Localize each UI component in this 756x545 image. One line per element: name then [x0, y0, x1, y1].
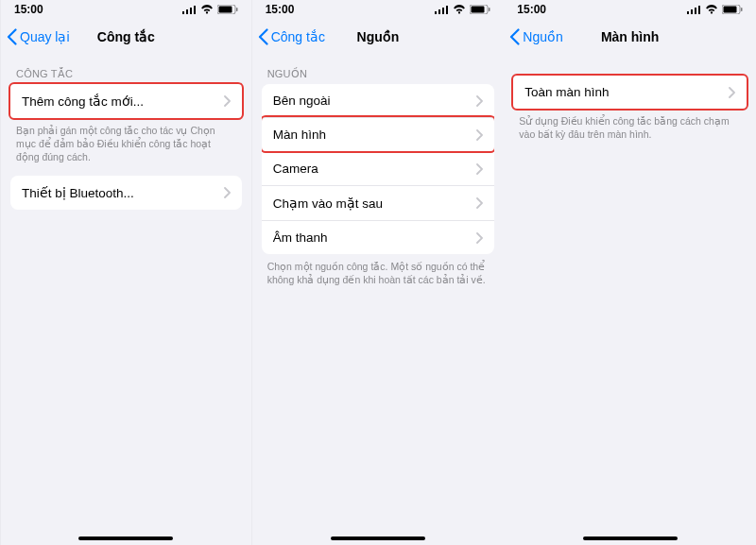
source-cell-screen[interactable]: Màn hình: [262, 117, 495, 151]
svg-rect-0: [182, 11, 184, 14]
chevron-right-icon: [476, 95, 483, 107]
home-indicator[interactable]: [78, 536, 173, 540]
source-cell-external[interactable]: Bên ngoài: [262, 84, 495, 117]
status-bar: 15:00: [504, 0, 756, 19]
fullscreen-cell[interactable]: Toàn màn hình: [513, 76, 747, 109]
back-button[interactable]: Quay lại: [1, 28, 70, 45]
bluetooth-group: Thiết bị Bluetooth...: [10, 176, 242, 210]
status-bar: 15:00: [252, 0, 505, 19]
add-switch-group: Thêm công tắc mới...: [10, 84, 242, 118]
signal-icon: [182, 5, 197, 14]
svg-rect-17: [698, 6, 700, 14]
source-label: Âm thanh: [273, 230, 328, 245]
svg-rect-16: [695, 8, 696, 14]
status-bar: 15:00: [1, 0, 251, 19]
svg-rect-1: [186, 9, 188, 14]
source-cell-backtap[interactable]: Chạm vào mặt sau: [262, 185, 495, 220]
source-label: Camera: [273, 162, 318, 176]
fullscreen-group: Toàn màn hình: [513, 76, 747, 109]
bluetooth-label: Thiết bị Bluetooth...: [22, 185, 134, 200]
battery-icon: [722, 5, 743, 14]
status-time: 15:00: [14, 3, 43, 16]
bluetooth-cell[interactable]: Thiết bị Bluetooth...: [10, 176, 242, 210]
svg-rect-5: [218, 7, 232, 13]
back-label: Nguồn: [523, 29, 562, 44]
status-indicators: [687, 5, 743, 14]
svg-rect-8: [438, 9, 440, 14]
battery-icon: [470, 5, 490, 14]
svg-rect-15: [691, 9, 693, 14]
page-title: Công tắc: [97, 29, 155, 44]
source-cell-sound[interactable]: Âm thanh: [262, 220, 495, 254]
chevron-left-icon: [258, 28, 269, 45]
chevron-left-icon: [7, 28, 18, 45]
svg-rect-12: [472, 7, 485, 13]
chevron-right-icon: [729, 87, 735, 98]
nav-bar: Quay lại Công tắc: [1, 19, 251, 55]
source-group: Bên ngoài Màn hình Camera Chạm vào mặt s…: [262, 84, 495, 254]
section-header: NGUỒN: [252, 55, 505, 84]
section-header: CÔNG TẮC: [1, 55, 251, 84]
chevron-left-icon: [509, 28, 521, 45]
signal-icon: [687, 5, 701, 14]
wifi-icon: [200, 5, 214, 14]
chevron-right-icon: [224, 187, 231, 198]
phone-screen-2: 15:00 Công tắc Nguồn NGUỒN Bên ngoài Màn…: [252, 0, 505, 545]
source-label: Chạm vào mặt sau: [273, 196, 383, 211]
footer-text: Chọn một nguồn công tắc. Một số nguồn có…: [252, 254, 505, 286]
nav-bar: Công tắc Nguồn: [252, 19, 505, 55]
back-label: Công tắc: [271, 29, 325, 44]
chevron-right-icon: [224, 95, 231, 107]
footer-text: Bạn phải gán một công tắc cho tác vụ Chọ…: [1, 118, 251, 164]
phone-screen-1: 15:00 Quay lại Công tắc CÔNG TẮC Thêm cô…: [0, 0, 252, 545]
home-indicator[interactable]: [331, 536, 425, 540]
chevron-right-icon: [476, 129, 483, 141]
svg-rect-2: [190, 8, 192, 14]
chevron-right-icon: [476, 232, 483, 244]
nav-bar: Nguồn Màn hình: [504, 19, 756, 55]
fullscreen-label: Toàn màn hình: [524, 85, 609, 99]
chevron-right-icon: [476, 197, 483, 209]
source-label: Bên ngoài: [273, 94, 331, 108]
status-indicators: [182, 5, 238, 14]
status-time: 15:00: [517, 3, 546, 16]
status-time: 15:00: [266, 3, 295, 16]
svg-rect-20: [741, 8, 743, 11]
chevron-right-icon: [476, 163, 483, 175]
svg-rect-10: [446, 6, 448, 14]
phone-screen-3: 15:00 Nguồn Màn hình Toàn màn hình Sử dụ…: [504, 0, 756, 545]
source-label: Màn hình: [273, 128, 326, 142]
back-label: Quay lại: [20, 29, 70, 44]
svg-rect-9: [442, 8, 444, 14]
svg-rect-13: [489, 8, 490, 11]
svg-rect-6: [236, 8, 238, 11]
signal-icon: [435, 5, 449, 14]
svg-rect-3: [194, 6, 196, 14]
source-cell-camera[interactable]: Camera: [262, 151, 495, 185]
battery-icon: [217, 5, 238, 14]
status-indicators: [435, 5, 490, 14]
wifi-icon: [453, 5, 466, 14]
wifi-icon: [705, 5, 718, 14]
page-title: Màn hình: [601, 29, 659, 44]
svg-rect-7: [435, 11, 437, 14]
add-switch-cell[interactable]: Thêm công tắc mới...: [10, 84, 242, 118]
add-switch-label: Thêm công tắc mới...: [22, 94, 144, 109]
svg-rect-14: [687, 11, 689, 14]
home-indicator[interactable]: [583, 536, 678, 540]
back-button[interactable]: Nguồn: [504, 28, 562, 45]
footer-text: Sử dụng Điều khiển công tắc bằng cách ch…: [504, 109, 756, 141]
page-title: Nguồn: [357, 29, 400, 44]
back-button[interactable]: Công tắc: [252, 28, 325, 45]
svg-rect-19: [723, 7, 736, 13]
